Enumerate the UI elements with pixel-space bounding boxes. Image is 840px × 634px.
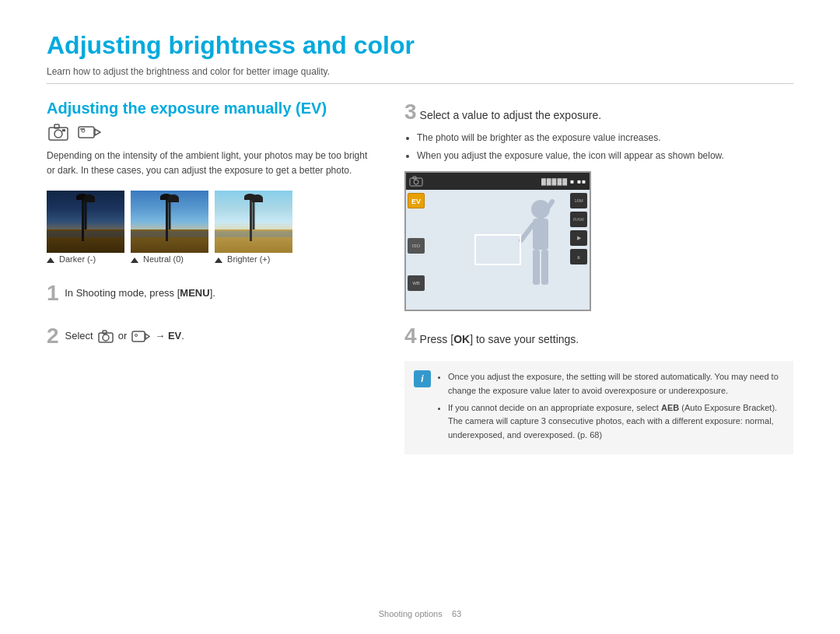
svg-rect-24 (541, 250, 548, 285)
photo-label-bright: Brighter (+) (215, 254, 292, 264)
footer: Shooting options 63 (0, 609, 840, 618)
step2-video-icon (131, 330, 150, 343)
screen-wb-icon: WB (408, 275, 425, 291)
photo-row: Darker (-) Neutral (0) (47, 191, 373, 264)
screen-top-bar: ▓▓▓▓▓ ■ ■■ (406, 173, 590, 190)
screen-r-icon-2: RAW (570, 212, 587, 227)
svg-marker-5 (95, 129, 100, 135)
svg-point-1 (54, 130, 62, 138)
step-4: 4 Press [OK] to save your settings. (404, 324, 793, 349)
step-4-number: 4 (404, 324, 417, 349)
footer-text: Shooting options (379, 609, 443, 618)
screen-r-icon-3: ▶ (570, 230, 587, 246)
note-box: i Once you adjust the exposure, the sett… (404, 361, 793, 454)
note-bullet-1: Once you adjust the exposure, the settin… (448, 370, 784, 398)
step-2-arrow: → EV. (155, 328, 184, 345)
svg-rect-10 (103, 331, 107, 334)
screen-body: EV ISO WB (406, 190, 590, 310)
ok-key: OK (453, 333, 470, 345)
step-1-number: 1 (47, 281, 59, 305)
screen-left-icons: EV ISO WB (406, 190, 428, 310)
screen-battery-indicator: ▓▓▓▓▓ ■ ■■ (541, 178, 586, 185)
triangle-icon-bright (215, 257, 222, 263)
svg-line-22 (521, 225, 533, 240)
step-3-bullet-1: The photo will be brighter as the exposu… (417, 131, 793, 145)
triangle-icon-dark (47, 257, 54, 263)
video-icon (78, 124, 101, 141)
step-2-number: 2 (47, 319, 59, 354)
svg-marker-12 (145, 334, 149, 339)
photo-item-bright: Brighter (+) (215, 191, 292, 264)
step-2-or: or (118, 328, 128, 345)
screen-main-area (428, 190, 568, 310)
note-bullet-2: If you cannot decide on an appropriate e… (448, 401, 784, 443)
photo-bright (215, 191, 292, 253)
step-3-bullets: The photo will be brighter as the exposu… (417, 131, 793, 163)
step-4-heading: 4 Press [OK] to save your settings. (404, 324, 793, 349)
svg-rect-3 (62, 129, 65, 131)
note-text: Once you adjust the exposure, the settin… (439, 370, 784, 445)
note-icon: i (414, 370, 431, 387)
photo-item-dark: Darker (-) (47, 191, 124, 264)
svg-rect-11 (132, 331, 145, 342)
step-3: 3 Select a value to adjust the exposure.… (404, 100, 793, 311)
step-3-number: 3 (404, 100, 417, 124)
page-title: Adjusting brightness and color (47, 31, 793, 60)
svg-point-6 (82, 129, 85, 132)
step-3-heading: 3 Select a value to adjust the exposure. (404, 100, 793, 124)
svg-text:EV: EV (411, 198, 421, 205)
subtitle: Learn how to adjust the brightness and c… (47, 66, 793, 84)
menu-key: MENU (180, 287, 209, 299)
photo-label-dark: Darker (-) (47, 254, 124, 264)
photo-dark (47, 191, 124, 253)
step-3-bullet-2: When you adjust the exposure value, the … (417, 149, 793, 163)
ev-key: EV (168, 330, 181, 342)
screen-focus-rect (474, 234, 521, 265)
right-column: 3 Select a value to adjust the exposure.… (404, 100, 793, 454)
camera-screen-mockup: ▓▓▓▓▓ ■ ■■ EV (404, 171, 591, 311)
step-2-select-label: Select (65, 328, 93, 345)
aeb-label: AEB (661, 403, 679, 412)
left-column: Adjusting the exposure manually (EV) (47, 100, 373, 454)
screen-r-icon-1: 16M (570, 193, 587, 208)
step-3-title: Select a value to adjust the exposure. (420, 109, 601, 121)
step-1-text: In Shooting mode, press [MENU]. (65, 287, 215, 299)
svg-rect-21 (533, 219, 548, 250)
camera-icons-row (47, 124, 373, 141)
triangle-icon-neutral (131, 257, 138, 263)
svg-rect-2 (54, 124, 59, 128)
screen-iso-icon: ISO (408, 238, 425, 254)
svg-rect-23 (533, 250, 540, 285)
screen-ev-icon: EV (408, 193, 425, 208)
camera-icon-1 (48, 124, 68, 141)
screen-right-icons: 16M RAW ▶ ± (568, 190, 590, 310)
svg-point-15 (414, 180, 418, 184)
two-column-layout: Adjusting the exposure manually (EV) (47, 100, 793, 454)
screen-r-icon-4: ± (570, 249, 587, 264)
body-text: Depending on the intensity of the ambien… (47, 149, 373, 178)
svg-rect-7 (80, 128, 85, 130)
screen-cam-icon (409, 176, 423, 187)
photo-neutral (131, 191, 208, 253)
photo-label-neutral: Neutral (0) (131, 254, 208, 264)
step-2: 2 Select or → EV. (47, 319, 373, 354)
photo-item-neutral: Neutral (0) (131, 191, 208, 264)
svg-point-9 (103, 335, 109, 341)
step-4-title: Press [OK] to save your settings. (420, 333, 579, 345)
svg-point-13 (135, 335, 138, 337)
step-1: 1 In Shooting mode, press [MENU]. (47, 276, 373, 311)
footer-page-num: 63 (452, 609, 461, 618)
steps-section-left: 1 In Shooting mode, press [MENU]. 2 Sele… (47, 276, 373, 354)
page-container: Adjusting brightness and color Learn how… (0, 0, 840, 478)
section-title-left: Adjusting the exposure manually (EV) (47, 100, 373, 117)
step2-camera-icon (98, 330, 114, 343)
